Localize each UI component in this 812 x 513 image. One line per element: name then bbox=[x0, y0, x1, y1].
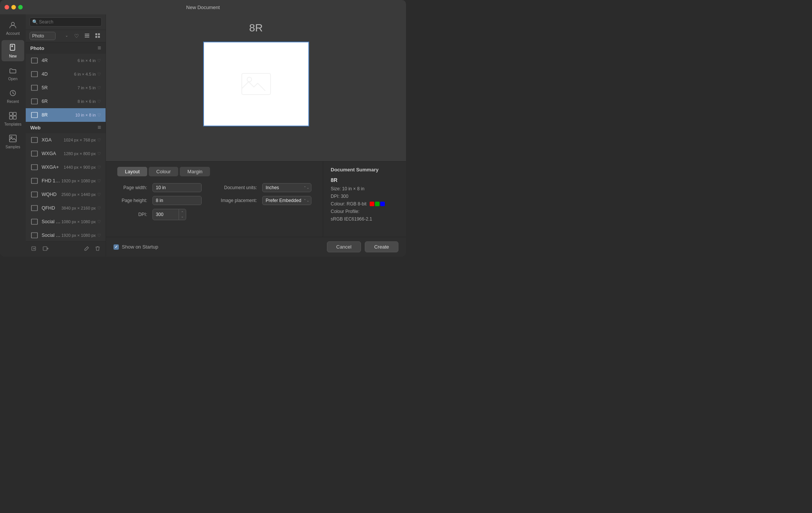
category-select-wrapper: Photo Web Print Document bbox=[30, 32, 70, 40]
template-size-xga: 1024 px × 768 px bbox=[64, 138, 96, 142]
template-item-8r[interactable]: 8R 10 in × 8 in ♡ bbox=[26, 108, 106, 122]
favourite-4d[interactable]: ♡ bbox=[97, 72, 101, 77]
template-item-qfhd[interactable]: QFHD 3840 px × 2160 px ♡ bbox=[26, 201, 106, 215]
summary-colour-profile-label: Colour Profile: bbox=[331, 209, 398, 214]
template-name-xga: XGA bbox=[42, 137, 64, 143]
sidebar-item-samples[interactable]: Samples bbox=[2, 131, 24, 152]
template-name-social-square: Social Media Square... bbox=[42, 219, 61, 224]
samples-icon bbox=[9, 134, 17, 144]
template-size-social-square: 1080 px × 1080 px bbox=[61, 219, 96, 224]
svg-rect-22 bbox=[31, 112, 37, 118]
delete-template-button[interactable] bbox=[93, 245, 102, 253]
svg-rect-29 bbox=[31, 219, 37, 224]
create-button[interactable]: Create bbox=[365, 241, 398, 252]
swatch-blue bbox=[380, 202, 385, 206]
template-icon-wqhd bbox=[30, 190, 39, 199]
template-size-8r: 10 in × 8 in bbox=[75, 113, 96, 117]
svg-rect-20 bbox=[31, 85, 37, 90]
favourite-qfhd[interactable]: ♡ bbox=[97, 206, 101, 211]
summary-dpi: DPI: 300 bbox=[331, 194, 398, 199]
close-button[interactable] bbox=[5, 5, 9, 9]
svg-rect-34 bbox=[43, 247, 47, 250]
grid-view-button[interactable] bbox=[93, 32, 102, 40]
sidebar-item-templates[interactable]: Templates bbox=[2, 108, 24, 129]
page-width-input[interactable] bbox=[152, 183, 202, 192]
minimize-button[interactable] bbox=[11, 5, 16, 9]
edit-template-button[interactable] bbox=[82, 245, 91, 253]
template-icon-social-story bbox=[30, 231, 39, 239]
page-height-input[interactable] bbox=[152, 196, 202, 205]
preview-title: 8R bbox=[249, 22, 263, 34]
svg-rect-5 bbox=[9, 112, 12, 115]
dpi-select-arrow[interactable]: ⌃⌄ bbox=[179, 209, 186, 220]
list-view-button[interactable] bbox=[83, 32, 91, 40]
tab-layout[interactable]: Layout bbox=[117, 167, 147, 176]
photo-section-menu[interactable]: ≡ bbox=[98, 45, 101, 51]
favourite-8r[interactable]: ♡ bbox=[97, 113, 101, 118]
show-on-startup-checkbox[interactable]: ✓ bbox=[114, 244, 119, 250]
template-item-fhd[interactable]: FHD 1080p 1920 px × 1080 px ♡ bbox=[26, 174, 106, 188]
favourite-5r[interactable]: ♡ bbox=[97, 86, 101, 90]
template-item-4d[interactable]: 4D 6 in × 4.5 in ♡ bbox=[26, 67, 106, 81]
template-item-wxgaplus[interactable]: WXGA+ 1440 px × 900 px ♡ bbox=[26, 160, 106, 174]
sidebar-item-recent[interactable]: Recent bbox=[2, 86, 24, 107]
category-select[interactable]: Photo Web Print Document bbox=[30, 32, 56, 40]
main-content: Account New Open bbox=[0, 14, 406, 256]
image-placement-label: Image placement: bbox=[216, 198, 257, 203]
template-item-wxga[interactable]: WXGA 1280 px × 800 px ♡ bbox=[26, 147, 106, 160]
open-icon bbox=[9, 66, 17, 76]
favourite-4r[interactable]: ♡ bbox=[97, 58, 101, 63]
svg-rect-23 bbox=[31, 137, 37, 143]
template-name-qfhd: QFHD bbox=[42, 205, 61, 211]
template-item-4r[interactable]: 4R 6 in × 4 in ♡ bbox=[26, 54, 106, 67]
template-item-xga[interactable]: XGA 1024 px × 768 px ♡ bbox=[26, 133, 106, 147]
tab-margin[interactable]: Margin bbox=[180, 167, 210, 176]
add-template-button[interactable] bbox=[30, 245, 39, 253]
web-section-header: Web ≡ bbox=[26, 122, 106, 133]
sidebar-item-open-label: Open bbox=[8, 77, 17, 81]
favourite-filter-button[interactable]: ♡ bbox=[73, 32, 81, 40]
document-units-wrapper: Inches Centimeters Millimeters Pixels bbox=[262, 183, 311, 192]
image-placement-select[interactable]: Prefer Embedded Prefer Linked bbox=[262, 196, 311, 205]
window: New Document Account bbox=[0, 0, 406, 256]
dpi-input[interactable] bbox=[152, 209, 179, 220]
cancel-button[interactable]: Cancel bbox=[327, 241, 361, 252]
template-item-6r[interactable]: 6R 8 in × 6 in ♡ bbox=[26, 95, 106, 108]
maximize-button[interactable] bbox=[18, 5, 23, 9]
svg-rect-18 bbox=[31, 58, 37, 63]
template-size-wxgaplus: 1440 px × 900 px bbox=[64, 165, 96, 169]
sidebar-item-open[interactable]: Open bbox=[2, 63, 24, 84]
template-name-social-story: Social Media Story... bbox=[42, 233, 61, 238]
favourite-wxgaplus[interactable]: ♡ bbox=[97, 165, 101, 170]
sidebar-item-account[interactable]: Account bbox=[2, 17, 24, 39]
favourite-social-story[interactable]: ♡ bbox=[97, 233, 101, 238]
template-item-wqhd[interactable]: WQHD 2560 px × 1440 px ♡ bbox=[26, 188, 106, 201]
document-units-select[interactable]: Inches Centimeters Millimeters Pixels bbox=[262, 183, 311, 192]
favourite-wqhd[interactable]: ♡ bbox=[97, 192, 101, 197]
preview-placeholder bbox=[241, 73, 271, 95]
template-item-5r[interactable]: 5R 7 in × 5 in ♡ bbox=[26, 81, 106, 95]
favourite-6r[interactable]: ♡ bbox=[97, 99, 101, 104]
search-input[interactable] bbox=[30, 17, 102, 26]
search-bar: 🔍 bbox=[26, 14, 106, 30]
category-bar: Photo Web Print Document ♡ bbox=[26, 30, 106, 42]
svg-point-10 bbox=[11, 137, 12, 138]
tab-colour[interactable]: Colour bbox=[149, 167, 178, 176]
favourite-xga[interactable]: ♡ bbox=[97, 138, 101, 143]
template-item-social-story[interactable]: Social Media Story... 1920 px × 1080 px … bbox=[26, 229, 106, 241]
footer-buttons: Cancel Create bbox=[327, 241, 399, 252]
svg-point-38 bbox=[247, 77, 252, 82]
summary-size: Size: 10 in × 8 in bbox=[331, 186, 398, 191]
favourite-wxga[interactable]: ♡ bbox=[97, 151, 101, 156]
template-item-social-square[interactable]: Social Media Square... 1080 px × 1080 px… bbox=[26, 215, 106, 229]
favourite-social-square[interactable]: ♡ bbox=[97, 219, 101, 224]
new-document-icon bbox=[9, 44, 17, 53]
sidebar-item-recent-label: Recent bbox=[7, 99, 19, 104]
template-icon-8r bbox=[30, 111, 39, 119]
web-section-menu[interactable]: ≡ bbox=[98, 124, 101, 131]
add-preset-button[interactable] bbox=[41, 245, 51, 253]
sidebar-item-new[interactable]: New bbox=[2, 40, 24, 61]
template-name-wxgaplus: WXGA+ bbox=[42, 165, 64, 170]
favourite-fhd[interactable]: ♡ bbox=[97, 179, 101, 183]
settings-area: Layout Colour Margin Page width: Documen… bbox=[106, 161, 406, 237]
